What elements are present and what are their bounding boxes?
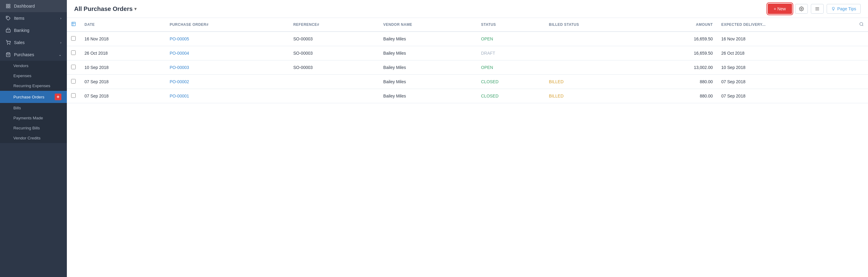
- table-row: 07 Sep 2018 PO-00002 Bailey Miles CLOSED…: [67, 75, 868, 89]
- title-caret-icon: ▾: [134, 6, 136, 11]
- row-billed-status-3: BILLED: [545, 75, 646, 89]
- sidebar: Dashboard Items › Banking Sales › Purcha…: [0, 0, 67, 277]
- col-date: DATE: [80, 18, 165, 32]
- sidebar-item-bills-label: Bills: [13, 106, 21, 110]
- row-delivery-1: 26 Oct 2018: [717, 46, 855, 61]
- row-amount-3: 880.00: [646, 75, 717, 89]
- row-actions-2: [855, 61, 868, 75]
- dashboard-icon: [5, 3, 11, 9]
- settings-icon: [799, 6, 804, 11]
- row-actions-3: [855, 75, 868, 89]
- row-date-0: 16 Nov 2018: [80, 32, 165, 46]
- row-vendor-4: Bailey Miles: [379, 89, 477, 103]
- svg-point-4: [7, 17, 8, 18]
- row-checkbox-1[interactable]: [67, 46, 80, 61]
- row-po-number-0[interactable]: PO-00005: [165, 32, 289, 46]
- new-button[interactable]: + New: [768, 4, 792, 14]
- row-po-number-3[interactable]: PO-00002: [165, 75, 289, 89]
- sidebar-item-recurring-bills-label: Recurring Bills: [13, 126, 40, 130]
- sidebar-item-purchases[interactable]: Purchases ⌄: [0, 48, 67, 61]
- table-container: DATE PURCHASE ORDER# REFERENCE# VENDOR N…: [67, 18, 868, 277]
- main-content: All Purchase Orders ▾ + New Page Tips: [67, 0, 868, 277]
- table-row: 26 Oct 2018 PO-00004 SO-00003 Bailey Mil…: [67, 46, 868, 61]
- menu-icon: [815, 6, 820, 11]
- table-row: 10 Sep 2018 PO-00003 SO-00003 Bailey Mil…: [67, 61, 868, 75]
- col-po-number: PURCHASE ORDER#: [165, 18, 289, 32]
- sidebar-item-expenses[interactable]: Expenses: [0, 71, 67, 81]
- purchases-chevron-icon: ⌄: [59, 53, 61, 57]
- sidebar-item-purchase-orders[interactable]: Purchase Orders +: [0, 91, 67, 103]
- row-date-4: 07 Sep 2018: [80, 89, 165, 103]
- sales-icon: [5, 40, 11, 45]
- purchase-orders-add-button[interactable]: +: [55, 94, 61, 100]
- svg-rect-0: [6, 4, 8, 6]
- page-title[interactable]: All Purchase Orders ▾: [74, 5, 136, 12]
- sidebar-item-recurring-bills[interactable]: Recurring Bills: [0, 123, 67, 133]
- row-amount-0: 16,659.50: [646, 32, 717, 46]
- items-chevron-icon: ›: [60, 16, 61, 20]
- sales-chevron-icon: ›: [60, 41, 61, 44]
- row-actions-4: [855, 89, 868, 103]
- sidebar-item-items[interactable]: Items ›: [0, 12, 67, 24]
- row-reference-4: [289, 89, 379, 103]
- sidebar-item-sales[interactable]: Sales ›: [0, 36, 67, 48]
- sidebar-item-recurring-expenses[interactable]: Recurring Expenses: [0, 81, 67, 91]
- sidebar-item-payments-made-label: Payments Made: [13, 116, 43, 120]
- row-billed-status-4: BILLED: [545, 89, 646, 103]
- page-tips-button[interactable]: Page Tips: [827, 4, 861, 14]
- sidebar-item-banking[interactable]: Banking: [0, 24, 67, 36]
- row-vendor-0: Bailey Miles: [379, 32, 477, 46]
- select-all-header: [67, 18, 80, 32]
- search-icon: [859, 22, 864, 27]
- row-po-number-1[interactable]: PO-00004: [165, 46, 289, 61]
- sidebar-item-dashboard[interactable]: Dashboard: [0, 0, 67, 12]
- row-status-3: CLOSED: [477, 75, 545, 89]
- row-vendor-3: Bailey Miles: [379, 75, 477, 89]
- col-search[interactable]: [855, 18, 868, 32]
- svg-line-18: [862, 25, 863, 26]
- row-checkbox-2[interactable]: [67, 61, 80, 75]
- sidebar-item-vendors-label: Vendors: [13, 64, 29, 68]
- row-po-number-2[interactable]: PO-00003: [165, 61, 289, 75]
- row-date-2: 10 Sep 2018: [80, 61, 165, 75]
- svg-rect-2: [6, 6, 8, 8]
- svg-point-7: [7, 44, 8, 44]
- row-vendor-1: Bailey Miles: [379, 46, 477, 61]
- svg-rect-14: [72, 22, 75, 26]
- purchases-icon: [5, 52, 11, 58]
- col-status: STATUS: [477, 18, 545, 32]
- row-amount-2: 13,002.00: [646, 61, 717, 75]
- row-po-number-4[interactable]: PO-00001: [165, 89, 289, 103]
- svg-point-17: [860, 23, 863, 26]
- purchases-submenu: Vendors Expenses Recurring Expenses Purc…: [0, 61, 67, 143]
- row-delivery-4: 07 Sep 2018: [717, 89, 855, 103]
- table-row: 07 Sep 2018 PO-00001 Bailey Miles CLOSED…: [67, 89, 868, 103]
- row-checkbox-0[interactable]: [67, 32, 80, 46]
- row-delivery-0: 16 Nov 2018: [717, 32, 855, 46]
- row-checkbox-3[interactable]: [67, 75, 80, 89]
- sidebar-item-expenses-label: Expenses: [13, 73, 31, 78]
- col-expected-delivery: EXPECTED DELIVERY...: [717, 18, 855, 32]
- row-status-1: DRAFT: [477, 46, 545, 61]
- row-status-2: OPEN: [477, 61, 545, 75]
- menu-button[interactable]: [811, 4, 824, 14]
- sidebar-item-vendor-credits[interactable]: Vendor Credits: [0, 133, 67, 143]
- col-reference: REFERENCE#: [289, 18, 379, 32]
- svg-rect-1: [8, 4, 10, 6]
- row-billed-status-0: [545, 32, 646, 46]
- svg-rect-3: [8, 6, 10, 8]
- row-checkbox-4[interactable]: [67, 89, 80, 103]
- table-view-icon: [71, 22, 76, 27]
- sidebar-item-vendors[interactable]: Vendors: [0, 61, 67, 71]
- settings-button[interactable]: [795, 4, 808, 14]
- sidebar-item-sales-label: Sales: [14, 40, 57, 45]
- row-date-1: 26 Oct 2018: [80, 46, 165, 61]
- sidebar-item-payments-made[interactable]: Payments Made: [0, 113, 67, 123]
- row-actions-1: [855, 46, 868, 61]
- sidebar-item-bills[interactable]: Bills: [0, 103, 67, 113]
- col-amount: AMOUNT: [646, 18, 717, 32]
- row-reference-2: SO-00003: [289, 61, 379, 75]
- row-status-4: CLOSED: [477, 89, 545, 103]
- header-actions: + New Page Tips: [768, 4, 861, 14]
- col-vendor: VENDOR NAME: [379, 18, 477, 32]
